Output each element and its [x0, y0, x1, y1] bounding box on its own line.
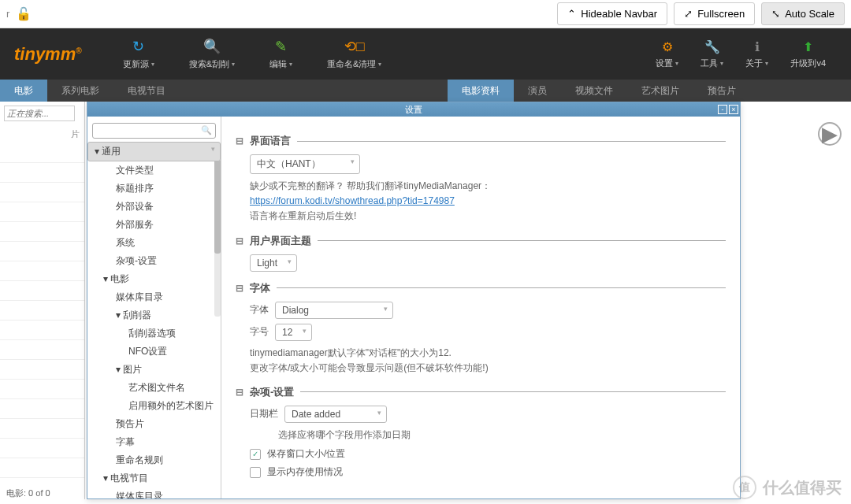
toolbar-right-item[interactable]: 🔧工具 — [689, 39, 734, 69]
tree-node[interactable]: 标题排序 — [87, 180, 221, 198]
play-icon[interactable]: ▶ — [818, 122, 842, 146]
toolbar-item[interactable]: ⟲□重命名&清理 — [310, 38, 399, 70]
settings-dialog: 设置 - × ▾ 通用文件类型标题排序外部设备外部服务系统杂项-设置▾ 电影媒体… — [87, 102, 741, 499]
minimize-icon[interactable]: - — [718, 105, 727, 114]
toolbar-icon: 🔍 — [203, 38, 221, 55]
watermark: 值什么值得买 — [733, 476, 842, 499]
status-bar: 电影: 0 of 0 — [6, 487, 50, 499]
tree-node[interactable]: 字幕 — [87, 433, 221, 451]
section-theme[interactable]: 用户界面主题 — [236, 234, 726, 248]
app-logo: tinymm® — [14, 44, 82, 65]
tree-node[interactable]: ▾ 通用 — [87, 142, 221, 161]
caret-up-down-icon: ⌃ — [567, 8, 576, 20]
sub-nav: 电影 系列电影 电视节目 电影资料 演员 视频文件 艺术图片 预告片 — [0, 80, 851, 102]
tab-video-files[interactable]: 视频文件 — [561, 80, 627, 102]
language-select[interactable]: 中文（HANT） — [250, 154, 360, 174]
toolbar-icon: ↻ — [132, 38, 144, 55]
tree-node[interactable]: 启用额外的艺术图片 — [87, 397, 221, 415]
tree-node[interactable]: 外部服务 — [87, 216, 221, 234]
tree-node[interactable]: 外部设备 — [87, 198, 221, 216]
settings-tree: ▾ 通用文件类型标题排序外部设备外部服务系统杂项-设置▾ 电影媒体库目录▾ 刮削… — [87, 117, 221, 498]
tree-node[interactable]: 刮削器选项 — [87, 324, 221, 343]
tree-node[interactable]: 媒体库目录 — [87, 288, 221, 306]
close-icon[interactable]: × — [729, 105, 738, 114]
tree-node[interactable]: 预告片 — [87, 415, 221, 433]
theme-select[interactable]: Light — [250, 254, 297, 272]
tree-node[interactable]: ▾ 电视节目 — [87, 469, 221, 487]
tree-node[interactable]: 文件类型 — [87, 161, 221, 180]
settings-form: 界面语言 中文（HANT） 缺少或不完整的翻译？ 帮助我们翻译tinyMedia… — [221, 117, 740, 498]
toolbar-icon: ✎ — [275, 38, 287, 55]
section-misc[interactable]: 杂项-设置 — [236, 385, 726, 399]
tree-node[interactable]: 重命名规则 — [87, 451, 221, 469]
tab-actors[interactable]: 演员 — [514, 80, 561, 102]
font-size-select[interactable]: 12 — [275, 324, 312, 341]
lock-icon: 🔓 — [16, 6, 32, 21]
tree-node[interactable]: 系统 — [87, 234, 221, 252]
translate-link[interactable]: https://forum.kodi.tv/showthread.php?tid… — [250, 195, 455, 206]
tree-node[interactable]: 杂项-设置 — [87, 252, 221, 270]
browser-topbar: r 🔓 ⌃Hideable Navbar ⤢Fullscreen ⤡Auto S… — [0, 0, 851, 28]
tree-node[interactable]: ▾ 图片 — [87, 361, 221, 379]
scrollbar[interactable] — [214, 159, 221, 317]
auto-scale-button[interactable]: ⤡Auto Scale — [761, 2, 845, 25]
toolbar-right-item[interactable]: ℹ关于 — [734, 39, 779, 69]
toolbar-item[interactable]: ↻更新源 — [106, 38, 172, 70]
main-toolbar: tinymm® ↻更新源🔍搜索&刮削✎编辑⟲□重命名&清理 ⚙设置🔧工具ℹ关于⬆… — [0, 28, 851, 80]
toolbar-right-item[interactable]: ⬆升级到v4 — [779, 39, 837, 69]
toolbar-right-item[interactable]: ⚙设置 — [645, 39, 689, 69]
hideable-navbar-button[interactable]: ⌃Hideable Navbar — [557, 2, 667, 25]
toolbar-item[interactable]: 🔍搜索&刮削 — [172, 38, 252, 70]
tab-artwork[interactable]: 艺术图片 — [627, 80, 693, 102]
tab-movies[interactable]: 电影 — [0, 80, 47, 102]
toolbar-icon: ⟲□ — [344, 38, 365, 55]
tree-node[interactable]: ▾ 电影 — [87, 270, 221, 288]
tree-search — [92, 123, 216, 139]
url-truncated: r — [6, 8, 9, 20]
fullscreen-icon: ⤢ — [684, 8, 693, 20]
tree-node[interactable]: 艺术图文件名 — [87, 379, 221, 397]
scale-icon: ⤡ — [771, 8, 780, 20]
dialog-titlebar: 设置 - × — [87, 102, 740, 117]
toolbar-item[interactable]: ✎编辑 — [252, 38, 310, 70]
font-select[interactable]: Dialog — [275, 302, 393, 319]
tab-movie-info[interactable]: 电影资料 — [448, 80, 514, 102]
section-language[interactable]: 界面语言 — [236, 134, 726, 148]
toolbar-icon: ⚙ — [662, 39, 673, 54]
tree-node[interactable]: NFO设置 — [87, 343, 221, 361]
search-input[interactable] — [4, 106, 75, 121]
tab-series[interactable]: 系列电影 — [47, 80, 113, 102]
toolbar-icon: ℹ — [755, 39, 760, 54]
show-memory-checkbox[interactable] — [250, 467, 261, 478]
movie-list-panel: 片 — [0, 102, 85, 499]
toolbar-icon: 🔧 — [704, 39, 720, 54]
tab-tvshows[interactable]: 电视节目 — [113, 80, 180, 102]
tab-trailers[interactable]: 预告片 — [693, 80, 750, 102]
tree-node[interactable]: ▾ 刮削器 — [87, 306, 221, 324]
save-window-checkbox[interactable] — [250, 449, 261, 460]
toolbar-icon: ⬆ — [803, 39, 813, 54]
column-label: 片 — [0, 125, 84, 143]
section-font[interactable]: 字体 — [236, 281, 726, 295]
date-field-select[interactable]: Date added — [284, 406, 387, 423]
tree-search-input[interactable] — [92, 123, 216, 139]
fullscreen-button[interactable]: ⤢Fullscreen — [674, 2, 755, 25]
tree-node[interactable]: 媒体库目录 — [87, 487, 221, 498]
